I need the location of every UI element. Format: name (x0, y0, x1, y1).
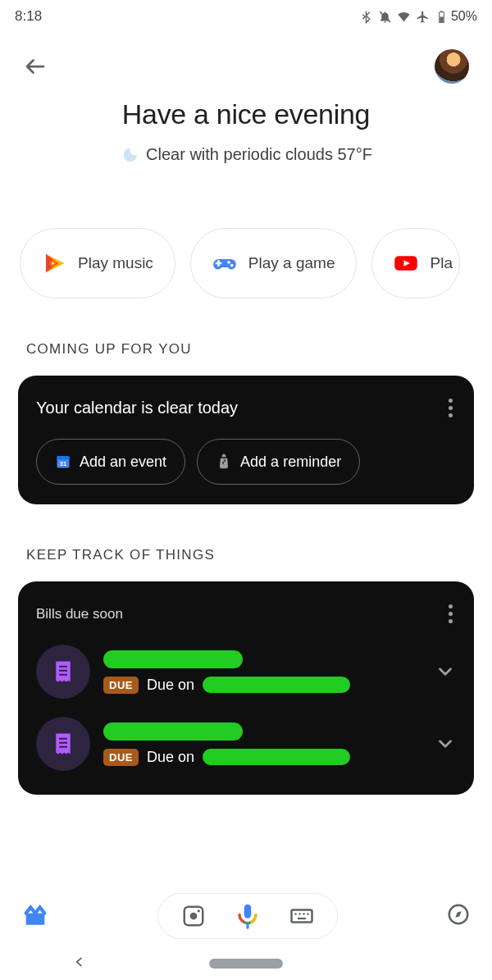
chip-label: Play music (78, 254, 153, 272)
chevron-down-icon[interactable] (435, 733, 456, 754)
due-text: Due on (147, 677, 194, 694)
keyboard-icon[interactable] (289, 904, 314, 928)
play-music-icon (42, 251, 66, 276)
svg-point-26 (294, 913, 297, 915)
pill-label: Add a reminder (240, 454, 341, 471)
chip-label: Pla (430, 254, 452, 272)
card-title: Your calendar is clear today (36, 399, 238, 417)
calendar-card[interactable]: Your calendar is clear today 31 Add an e… (18, 376, 474, 504)
assistant-bar (0, 880, 492, 947)
chip-play-music[interactable]: Play music (20, 228, 175, 299)
battery-pct: 50% (451, 9, 477, 24)
svg-rect-3 (440, 16, 443, 21)
avatar[interactable] (435, 49, 469, 84)
status-time: 8:18 (15, 8, 42, 25)
calendar-icon: 31 (55, 454, 71, 470)
section-coming-up: COMING UP FOR YOU Your calendar is clear… (0, 299, 492, 504)
page-title: Have a nice evening (16, 98, 476, 130)
lens-icon[interactable] (181, 904, 206, 928)
svg-point-23 (198, 909, 200, 912)
more-icon[interactable] (445, 395, 456, 421)
battery-status: 50% (435, 9, 477, 24)
add-reminder-button[interactable]: Add a reminder (197, 439, 360, 485)
reminder-icon (216, 454, 232, 470)
mic-icon[interactable] (234, 902, 262, 930)
bill-row[interactable]: DUE Due on (36, 645, 456, 699)
wifi-icon (397, 10, 411, 24)
airplane-icon (416, 10, 430, 24)
moon-icon (120, 146, 138, 164)
add-event-button[interactable]: 31 Add an event (36, 439, 185, 485)
nav-back-icon (73, 955, 86, 969)
weather-text: Clear with periodic clouds 57°F (146, 145, 372, 164)
section-title: COMING UP FOR YOU (0, 299, 492, 376)
due-badge: DUE (103, 749, 139, 766)
redacted-text (203, 749, 350, 765)
top-bar (0, 28, 492, 92)
suggestion-chips: Play music Play a game Pla (0, 164, 492, 299)
receipt-icon (36, 717, 90, 771)
assistant-input-pill[interactable] (157, 893, 338, 939)
bottom-area (0, 880, 492, 980)
svg-rect-11 (57, 456, 70, 459)
svg-point-29 (307, 913, 309, 915)
explore-tab[interactable] (446, 902, 471, 930)
status-bar: 8:18 50% (0, 0, 492, 28)
due-text: Due on (147, 749, 194, 766)
svg-point-8 (230, 264, 234, 267)
svg-rect-13 (222, 454, 225, 457)
card-title: Bills due soon (36, 606, 123, 622)
pill-label: Add an event (80, 454, 166, 471)
more-icon[interactable] (445, 601, 456, 627)
status-icons: 50% (359, 9, 477, 24)
due-badge: DUE (103, 677, 139, 694)
bluetooth-icon (359, 10, 373, 24)
chevron-down-icon[interactable] (435, 661, 456, 682)
greeting: Have a nice evening Clear with periodic … (0, 92, 492, 164)
nav-home-pill[interactable] (209, 959, 283, 969)
svg-point-28 (303, 913, 305, 915)
redacted-text (103, 650, 243, 668)
section-keep-track: KEEP TRACK OF THINGS Bills due soon DUE … (0, 504, 492, 795)
nav-back-button[interactable] (73, 955, 86, 972)
svg-rect-2 (440, 11, 443, 11)
weather-row[interactable]: Clear with periodic clouds 57°F (16, 145, 476, 164)
youtube-icon (394, 251, 418, 276)
bill-row[interactable]: DUE Due on (36, 717, 456, 771)
chip-label: Play a game (248, 254, 335, 272)
svg-point-7 (227, 261, 230, 264)
do-not-disturb-icon (378, 10, 392, 24)
back-icon[interactable] (23, 54, 48, 79)
game-controller-icon (212, 251, 237, 276)
svg-rect-6 (216, 262, 222, 265)
chip-play-game[interactable]: Play a game (190, 228, 358, 299)
updates-tab[interactable] (21, 900, 49, 932)
redacted-text (103, 722, 243, 741)
bills-card[interactable]: Bills due soon DUE Due on (18, 581, 474, 795)
svg-point-22 (190, 913, 198, 920)
battery-icon (435, 10, 449, 24)
svg-point-27 (298, 913, 301, 915)
redacted-text (203, 677, 350, 693)
section-title: KEEP TRACK OF THINGS (0, 504, 492, 581)
compass-icon (446, 902, 471, 927)
receipt-icon (36, 645, 90, 699)
svg-text:31: 31 (60, 460, 66, 467)
svg-rect-30 (298, 918, 306, 919)
svg-rect-25 (292, 910, 312, 923)
updates-icon (21, 900, 49, 928)
chip-play-video[interactable]: Pla (371, 228, 459, 299)
system-nav (0, 947, 492, 980)
